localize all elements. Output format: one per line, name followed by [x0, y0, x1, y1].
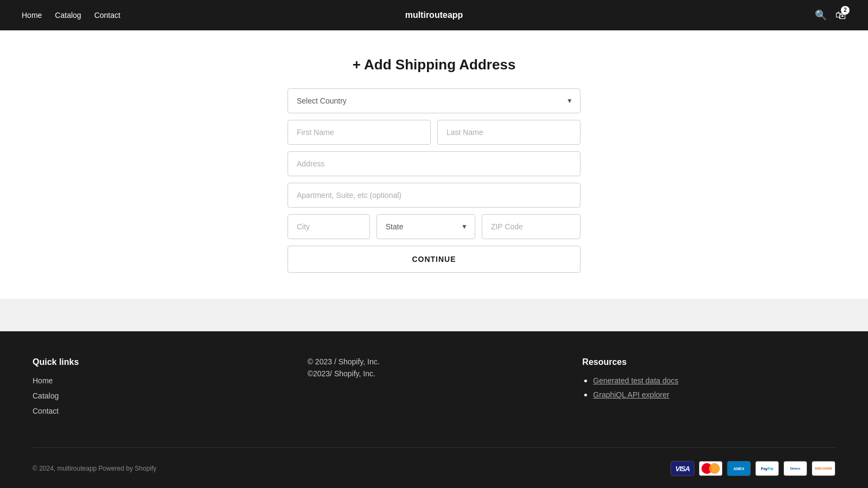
footer-home-link[interactable]: Home [33, 376, 53, 385]
divider [0, 299, 868, 331]
city-state-zip-row: State ▼ [288, 214, 580, 239]
footer-copy: © 2024, multirouteapp Powered by Shopify [33, 465, 156, 472]
quick-link-contact: Contact [33, 406, 286, 416]
footer-catalog-link[interactable]: Catalog [33, 391, 59, 400]
footer-resources: Resources Generated test data docs Graph… [582, 357, 835, 421]
resource-link-0[interactable]: Generated test data docs [593, 376, 678, 385]
header-icons: 🔍 🛍 2 [815, 9, 846, 22]
footer-contact-link[interactable]: Contact [33, 407, 59, 415]
quick-link-catalog: Catalog [33, 391, 286, 401]
first-name-input[interactable] [288, 120, 431, 145]
address-input[interactable] [288, 151, 580, 176]
resource-item-0: Generated test data docs [593, 376, 835, 386]
resources-list: Generated test data docs GraphiQL API ex… [582, 376, 835, 400]
page-title: + Add Shipping Address [353, 56, 516, 73]
name-row [288, 120, 580, 145]
footer-top: Quick links Home Catalog Contact © 2023 … [33, 357, 835, 421]
footer-quick-links: Quick links Home Catalog Contact [33, 357, 286, 421]
footer-bottom: © 2024, multirouteapp Powered by Shopify… [33, 447, 835, 476]
copyright-line2: ©2023/ Shopify, Inc. [308, 369, 561, 378]
quick-link-home: Home [33, 376, 286, 386]
city-field [288, 214, 370, 239]
apt-field [288, 183, 580, 208]
quick-links-title: Quick links [33, 357, 286, 367]
continue-button[interactable]: CONTINUE [288, 246, 580, 273]
nav-catalog[interactable]: Catalog [55, 11, 81, 20]
nav-home[interactable]: Home [22, 11, 42, 20]
discover-icon: DISCOVER [812, 461, 835, 476]
cart-badge: 2 [841, 6, 850, 15]
shipping-address-form: Select Country ▼ S [288, 88, 580, 273]
paypal-icon: PayPal [755, 461, 779, 476]
first-name-field [288, 120, 431, 145]
last-name-field [437, 120, 580, 145]
main-content: + Add Shipping Address Select Country ▼ [0, 30, 868, 299]
search-icon[interactable]: 🔍 [815, 9, 827, 21]
country-select[interactable]: Select Country [288, 88, 580, 113]
state-select[interactable]: State [376, 214, 475, 239]
site-header: Home Catalog Contact multirouteapp 🔍 🛍 2 [0, 0, 868, 30]
resource-link-1[interactable]: GraphiQL API explorer [593, 390, 669, 399]
city-input[interactable] [288, 214, 370, 239]
main-nav: Home Catalog Contact [22, 11, 120, 20]
cart-icon-wrap[interactable]: 🛍 2 [835, 9, 846, 22]
resource-item-1: GraphiQL API explorer [593, 390, 835, 400]
diners-icon: Diners [783, 461, 807, 476]
amex-icon: AMEX [727, 461, 751, 476]
country-select-wrap: Select Country ▼ [288, 88, 580, 113]
payment-icons: VISA AMEX PayPal Diners [671, 461, 835, 476]
address-field [288, 151, 580, 176]
site-footer: Quick links Home Catalog Contact © 2023 … [0, 331, 868, 488]
mastercard-icon [699, 461, 723, 476]
apt-input[interactable] [288, 183, 580, 208]
visa-icon: VISA [671, 461, 694, 476]
last-name-input[interactable] [437, 120, 580, 145]
resources-title: Resources [582, 357, 835, 367]
zip-input[interactable] [482, 214, 580, 239]
quick-links-list: Home Catalog Contact [33, 376, 286, 416]
brand-logo: multirouteapp [405, 10, 463, 20]
state-field: State ▼ [376, 214, 475, 239]
nav-contact[interactable]: Contact [94, 11, 120, 20]
footer-center: © 2023 / Shopify, Inc. ©2023/ Shopify, I… [308, 357, 561, 421]
zip-field [482, 214, 580, 239]
copyright-line1: © 2023 / Shopify, Inc. [308, 357, 561, 366]
